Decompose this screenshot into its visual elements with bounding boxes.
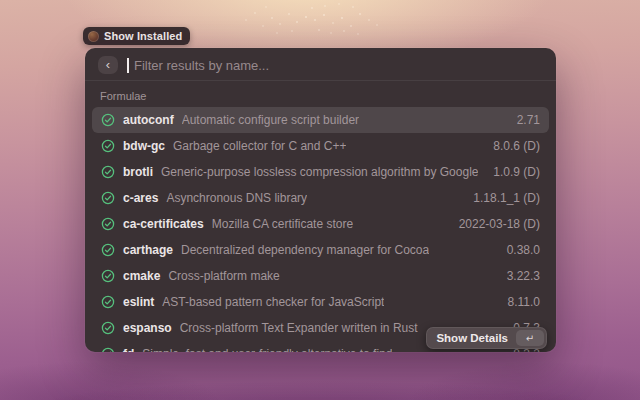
formula-name: bdw-gc xyxy=(123,139,165,153)
formula-version: 1.0.9 (D) xyxy=(493,165,540,179)
formula-version: 0.38.0 xyxy=(507,243,540,257)
show-details-button[interactable]: Show Details ↵ xyxy=(426,327,547,349)
formula-name: c-ares xyxy=(123,191,158,205)
check-circle-icon xyxy=(101,269,115,283)
formula-name: brotli xyxy=(123,165,153,179)
homebrew-icon xyxy=(88,31,99,42)
search-bar: ‹ xyxy=(85,48,556,80)
formula-name: cmake xyxy=(123,269,160,283)
formula-version: 8.0.6 (D) xyxy=(493,139,540,153)
list-item[interactable]: carthage Decentralized dependency manage… xyxy=(92,237,549,263)
formula-version: 2.71 xyxy=(517,113,540,127)
formula-description: Mozilla CA certificate store xyxy=(212,217,353,231)
formula-name: carthage xyxy=(123,243,173,257)
check-circle-icon xyxy=(101,217,115,231)
list-item[interactable]: brotli Generic-purpose lossless compress… xyxy=(92,159,549,185)
search-input[interactable] xyxy=(134,58,543,73)
check-circle-icon xyxy=(101,321,115,335)
formula-version: 2022-03-18 (D) xyxy=(459,217,540,231)
section-label-formulae: Formulae xyxy=(100,90,541,102)
list-item[interactable]: cmake Cross-platform make 3.22.3 xyxy=(92,263,549,289)
list-item[interactable]: ca-certificates Mozilla CA certificate s… xyxy=(92,211,549,237)
check-circle-icon xyxy=(101,165,115,179)
formula-name: ca-certificates xyxy=(123,217,204,231)
formula-name: fd xyxy=(123,347,134,352)
check-circle-icon xyxy=(101,243,115,257)
raycast-window: ‹ Formulae autoconf Automatic configure … xyxy=(85,48,556,352)
check-circle-icon xyxy=(101,139,115,153)
formula-description: Automatic configure script builder xyxy=(182,113,359,127)
show-installed-label: Show Installed xyxy=(104,30,182,42)
wallpaper-speckles xyxy=(305,16,307,18)
formula-name: autoconf xyxy=(123,113,174,127)
formula-description: Asynchronous DNS library xyxy=(166,191,307,205)
chevron-left-icon: ‹ xyxy=(106,58,110,71)
formulae-list: autoconf Automatic configure script buil… xyxy=(92,107,549,352)
show-installed-button[interactable]: Show Installed xyxy=(83,27,190,45)
formula-version: 3.22.3 xyxy=(507,269,540,283)
formula-description: Generic-purpose lossless compression alg… xyxy=(161,165,478,179)
check-circle-icon xyxy=(101,295,115,309)
formula-name: eslint xyxy=(123,295,154,309)
check-circle-icon xyxy=(101,191,115,205)
formula-version: 1.18.1_1 (D) xyxy=(473,191,540,205)
formula-description: Garbage collector for C and C++ xyxy=(173,139,346,153)
formula-description: AST-based pattern checker for JavaScript xyxy=(162,295,384,309)
formula-version: 8.11.0 xyxy=(508,295,540,309)
back-button[interactable]: ‹ xyxy=(98,56,118,74)
formula-description: Decentralized dependency manager for Coc… xyxy=(181,243,429,257)
formula-description: Cross-platform Text Expander written in … xyxy=(180,321,418,335)
enter-key-icon: ↵ xyxy=(516,330,544,346)
show-details-label: Show Details xyxy=(436,332,508,344)
check-circle-icon xyxy=(101,113,115,127)
divider xyxy=(85,80,556,81)
list-item[interactable]: bdw-gc Garbage collector for C and C++ 8… xyxy=(92,133,549,159)
formula-name: espanso xyxy=(123,321,172,335)
formula-description: Simple, fast and user-friendly alternati… xyxy=(142,347,392,352)
list-item[interactable]: autoconf Automatic configure script buil… xyxy=(92,107,549,133)
text-cursor xyxy=(127,58,129,73)
formula-description: Cross-platform make xyxy=(168,269,279,283)
list-item[interactable]: eslint AST-based pattern checker for Jav… xyxy=(92,289,549,315)
check-circle-icon xyxy=(101,347,115,352)
list-item[interactable]: c-ares Asynchronous DNS library 1.18.1_1… xyxy=(92,185,549,211)
